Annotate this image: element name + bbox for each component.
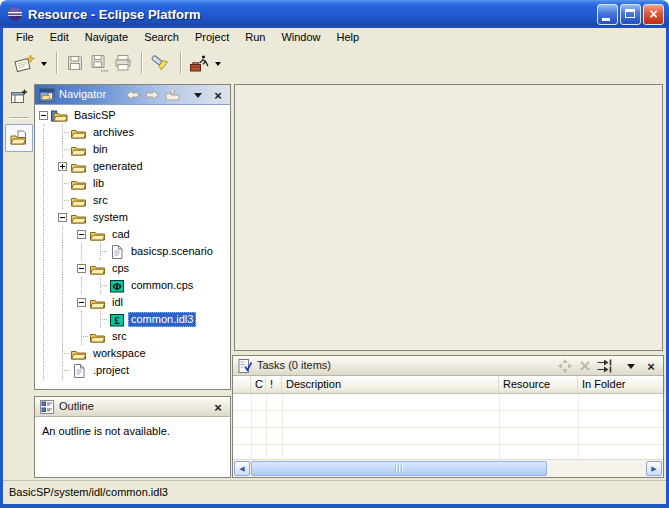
open-perspective-icon xyxy=(9,87,29,107)
view-menu-button[interactable] xyxy=(189,86,207,104)
outline-title: Outline xyxy=(59,400,94,413)
menu-navigate[interactable]: Navigate xyxy=(77,29,136,46)
scroll-right-button[interactable]: ▶ xyxy=(646,461,662,476)
close-button[interactable]: × xyxy=(642,357,660,375)
tree-item-label[interactable]: src xyxy=(90,193,111,208)
back-button[interactable] xyxy=(123,86,141,104)
tree-item-label[interactable]: .project xyxy=(90,363,132,378)
tree-item--project[interactable]: .project xyxy=(35,362,230,379)
tree-item-cps[interactable]: cps xyxy=(35,260,230,277)
tree-item-label[interactable]: lib xyxy=(90,176,107,191)
tree-item-label[interactable]: common.idl3 xyxy=(128,312,196,327)
tree-item-common-idl3[interactable]: £common.idl3 xyxy=(35,311,230,328)
tree-expander[interactable] xyxy=(75,260,89,277)
tree-expander[interactable] xyxy=(75,226,89,243)
toolbar-separator xyxy=(56,52,57,74)
tree-item-label[interactable]: archives xyxy=(90,125,137,140)
scroll-left-button[interactable]: ◀ xyxy=(234,461,250,476)
tree-item-common-cps[interactable]: Φcommon.cps xyxy=(35,277,230,294)
tree-expander[interactable] xyxy=(56,158,70,175)
search-button[interactable] xyxy=(148,51,174,75)
save-all-button[interactable] xyxy=(87,51,111,75)
maximize-button[interactable] xyxy=(620,4,641,25)
scrollbar-thumb[interactable] xyxy=(251,461,547,476)
navigator-view-header[interactable]: Navigator × xyxy=(35,85,230,105)
tree-item-src[interactable]: src xyxy=(35,192,230,209)
forward-button[interactable] xyxy=(143,86,161,104)
cps-file-icon: Φ xyxy=(108,278,125,294)
expander-minus-icon[interactable] xyxy=(77,230,86,239)
tree-item-label[interactable]: basicsp.scenario xyxy=(128,244,216,259)
menu-run[interactable]: Run xyxy=(237,29,273,46)
tree-item-archives[interactable]: archives xyxy=(35,124,230,141)
menu-file[interactable]: File xyxy=(8,29,42,46)
tree-item-label[interactable]: workspace xyxy=(90,346,149,361)
tree-item-workspace[interactable]: workspace xyxy=(35,345,230,362)
view-menu-button[interactable] xyxy=(622,357,640,375)
menu-edit[interactable]: Edit xyxy=(42,29,77,46)
dropdown-arrow-icon[interactable] xyxy=(215,62,221,66)
tree-item-lib[interactable]: lib xyxy=(35,175,230,192)
tree-item-bin[interactable]: bin xyxy=(35,141,230,158)
close-button[interactable]: × xyxy=(209,398,227,416)
menu-search[interactable]: Search xyxy=(136,29,187,46)
expander-minus-icon[interactable] xyxy=(39,111,48,120)
tree-item-label[interactable]: cps xyxy=(109,261,132,276)
save-button[interactable] xyxy=(63,51,87,75)
menu-project[interactable]: Project xyxy=(187,29,237,46)
outline-view-header[interactable]: Outline × xyxy=(35,397,230,417)
resource-perspective-button[interactable] xyxy=(5,124,33,152)
minimize-button[interactable] xyxy=(597,4,618,25)
delete-button[interactable] xyxy=(576,357,594,375)
tree-item-label[interactable]: cad xyxy=(109,227,133,242)
grid-column-line xyxy=(499,394,500,460)
tree-expander[interactable] xyxy=(56,209,70,226)
tasks-column-header-4[interactable]: Resource xyxy=(499,376,578,393)
tree-item-src[interactable]: src xyxy=(35,328,230,345)
run-external-tools-button[interactable] xyxy=(187,51,224,75)
dropdown-arrow-icon[interactable] xyxy=(41,62,47,66)
tree-item-idl[interactable]: idl xyxy=(35,294,230,311)
tree-expander[interactable] xyxy=(75,294,89,311)
expander-plus-icon[interactable] xyxy=(58,162,67,171)
tree-item-label[interactable]: BasicSP xyxy=(71,108,119,123)
titlebar[interactable]: Resource - Eclipse Platform × xyxy=(0,0,669,28)
tree-item-label[interactable]: bin xyxy=(90,142,111,157)
tree-connector xyxy=(56,192,70,209)
tasks-column-header-1[interactable]: C xyxy=(251,376,266,393)
expander-minus-icon[interactable] xyxy=(77,298,86,307)
tree-item-generated[interactable]: generated xyxy=(35,158,230,175)
expander-minus-icon[interactable] xyxy=(58,213,67,222)
tree-expander[interactable] xyxy=(37,107,51,124)
close-button[interactable]: × xyxy=(209,86,227,104)
up-button[interactable] xyxy=(163,86,181,104)
new-task-button[interactable] xyxy=(556,357,574,375)
new-wizard-button[interactable] xyxy=(11,51,50,75)
menu-help[interactable]: Help xyxy=(329,29,368,46)
tree-item-label[interactable]: src xyxy=(109,329,130,344)
tree-item-label[interactable]: system xyxy=(90,210,131,225)
close-button[interactable]: × xyxy=(643,4,664,25)
tree-item-label[interactable]: generated xyxy=(90,159,146,174)
tree-item-cad[interactable]: cad xyxy=(35,226,230,243)
tree-indent-guide xyxy=(37,294,56,311)
tree-indent-guide xyxy=(75,277,94,294)
tree-indent-guide xyxy=(37,277,56,294)
menu-window[interactable]: Window xyxy=(273,29,328,46)
open-perspective-button[interactable] xyxy=(5,83,33,111)
tasks-column-header-3[interactable]: Description xyxy=(282,376,499,393)
folder-icon xyxy=(70,193,87,209)
tasks-column-header-0[interactable] xyxy=(233,376,251,393)
tasks-column-header-2[interactable]: ! xyxy=(266,376,282,393)
expander-minus-icon[interactable] xyxy=(77,264,86,273)
grid-column-line xyxy=(578,394,579,460)
tree-item-system[interactable]: system xyxy=(35,209,230,226)
tasks-column-header-5[interactable]: In Folder xyxy=(578,376,665,393)
print-button[interactable] xyxy=(111,51,135,75)
tree-item-label[interactable]: idl xyxy=(109,295,126,310)
filter-button[interactable] xyxy=(596,357,614,375)
tree-item-basicsp-scenario[interactable]: basicsp.scenario xyxy=(35,243,230,260)
tree-item-label[interactable]: common.cps xyxy=(128,278,196,293)
tasks-view-header[interactable]: Tasks (0 items) × xyxy=(233,356,663,376)
tree-item-basicsp[interactable]: BasicSP xyxy=(35,107,230,124)
